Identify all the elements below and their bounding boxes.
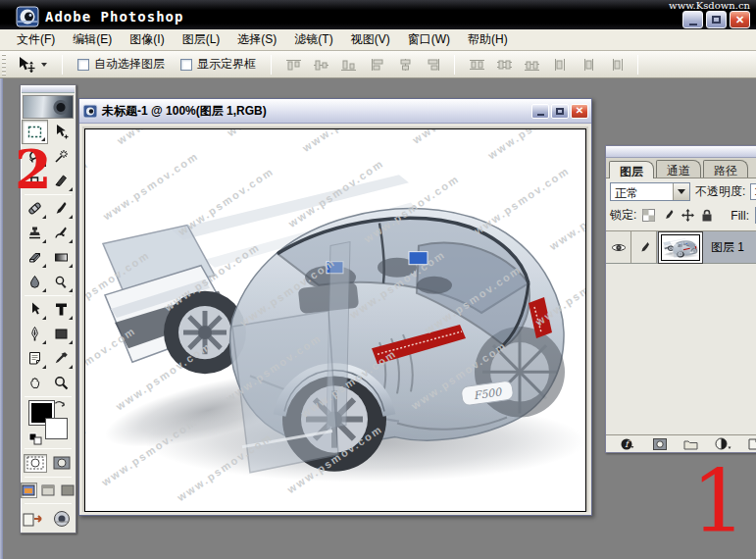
screen-mode-standard-button[interactable]: [21, 483, 37, 498]
distribute-horizontal-centers-icon[interactable]: [578, 55, 599, 75]
tool-brush[interactable]: [48, 196, 75, 221]
options-grip[interactable]: [2, 54, 6, 76]
flyout-indicator: [69, 215, 73, 219]
auto-select-layer-option[interactable]: 自动选择图层: [77, 56, 165, 73]
document-title: 未标题-1 @ 100%(图层 1,RGB): [102, 103, 267, 120]
document-window: 未标题-1 @ 100%(图层 1,RGB) ✕ www.psmov.comww…: [78, 98, 592, 516]
document-title-bar[interactable]: 未标题-1 @ 100%(图层 1,RGB) ✕: [79, 99, 591, 124]
new-adjustment-layer-button[interactable]: [715, 437, 731, 450]
tab-channels[interactable]: 通道: [656, 160, 701, 178]
distribute-left-edges-icon[interactable]: [550, 55, 572, 75]
align-horizontal-centers-icon[interactable]: [394, 55, 416, 75]
distribute-right-edges-icon[interactable]: [605, 55, 627, 75]
opacity-input[interactable]: 100%: [750, 183, 756, 200]
tool-move[interactable]: [48, 120, 75, 144]
auto-select-layer-label: 自动选择图层: [94, 56, 165, 73]
lock-all-icon[interactable]: [701, 209, 713, 222]
distribute-top-edges-icon[interactable]: [466, 55, 487, 75]
layer-row[interactable]: 图层 1: [606, 231, 756, 264]
layer-link-cell[interactable]: [631, 231, 657, 263]
flyout-indicator: [69, 340, 73, 344]
new-layer-set-button[interactable]: [683, 438, 698, 450]
tool-type[interactable]: [48, 297, 75, 322]
default-colors-icon[interactable]: [28, 432, 43, 445]
menu-view[interactable]: 视图(V): [342, 28, 399, 51]
toolbox-grab-bar[interactable]: [22, 86, 75, 93]
close-button[interactable]: ✕: [730, 11, 750, 28]
move-tool-icon: [16, 56, 37, 73]
lock-transparency-icon[interactable]: [642, 209, 655, 222]
menu-filter[interactable]: 滤镜(T): [285, 28, 341, 51]
tab-layers[interactable]: 图层: [609, 161, 654, 178]
quick-mask-mode-button[interactable]: [50, 454, 74, 473]
standard-mode-button[interactable]: [24, 454, 47, 473]
doc-minimize-button[interactable]: [531, 104, 549, 119]
flyout-indicator: [42, 239, 46, 243]
lock-position-icon[interactable]: [681, 209, 694, 222]
tool-gradient[interactable]: [48, 245, 75, 270]
menu-edit[interactable]: 编辑(E): [64, 28, 121, 51]
tool-pen[interactable]: [22, 322, 48, 346]
tool-notes[interactable]: [22, 346, 48, 371]
auto-select-layer-checkbox[interactable]: [77, 59, 89, 71]
menu-file[interactable]: 文件(F): [8, 28, 64, 51]
flyout-indicator: [42, 340, 46, 344]
car-image: [85, 129, 585, 511]
align-top-edges-icon[interactable]: [282, 55, 304, 75]
tool-rectangle-shape[interactable]: [48, 322, 75, 346]
minimize-button[interactable]: [682, 11, 703, 28]
menu-select[interactable]: 选择(S): [228, 28, 285, 51]
align-left-edges-icon[interactable]: [367, 55, 388, 75]
jump-to-imageready-button[interactable]: [23, 508, 47, 530]
align-right-edges-icon[interactable]: [422, 55, 443, 75]
align-vertical-centers-icon[interactable]: [310, 55, 331, 75]
swap-colors-icon[interactable]: [54, 399, 68, 412]
layer-visibility-cell[interactable]: [606, 231, 631, 263]
annotation-step-1: 1: [691, 459, 746, 545]
blend-mode-dropdown-button[interactable]: [673, 183, 689, 200]
new-layer-button[interactable]: [748, 438, 756, 450]
tool-clone-stamp[interactable]: [22, 221, 48, 245]
adobe-online-banner[interactable]: [23, 95, 74, 119]
tool-hand[interactable]: [22, 371, 48, 395]
tool-blur[interactable]: [22, 270, 48, 294]
show-bounding-box-checkbox[interactable]: [180, 59, 192, 71]
move-tool-preset[interactable]: [16, 56, 47, 73]
document-client-area: www.psmov.comwww.psmov.comwww.psmov.comw…: [82, 127, 588, 512]
add-layer-mask-button[interactable]: [653, 438, 667, 450]
menu-help[interactable]: 帮助(H): [459, 28, 517, 51]
canvas[interactable]: www.psmov.comwww.psmov.comwww.psmov.comw…: [84, 128, 586, 512]
tool-zoom[interactable]: [48, 371, 75, 395]
doc-close-button[interactable]: ✕: [571, 104, 588, 119]
palette-title-bar[interactable]: [606, 146, 756, 158]
menu-image[interactable]: 图像(I): [121, 28, 173, 51]
show-bounding-box-option[interactable]: 显示定界框: [180, 56, 256, 73]
tool-eyedropper[interactable]: [48, 346, 75, 371]
menu-layer[interactable]: 图层(L): [174, 28, 229, 51]
distribute-bottom-edges-icon[interactable]: [521, 55, 542, 75]
layer-style-button[interactable]: f: [620, 437, 636, 451]
screen-mode-fullscreen-menubar-button[interactable]: [40, 483, 57, 498]
tool-eraser[interactable]: [22, 245, 48, 270]
layer-thumbnail[interactable]: [661, 234, 700, 261]
tool-magic-wand[interactable]: [48, 144, 75, 169]
align-bottom-edges-icon[interactable]: [337, 55, 359, 75]
imageready-icon[interactable]: [50, 508, 75, 530]
title-bar[interactable]: Adobe Photoshop www.Ksdown.cn ✕: [0, 0, 756, 29]
tab-paths[interactable]: 路径: [703, 160, 748, 178]
distribute-vertical-centers-icon[interactable]: [493, 55, 515, 75]
tool-path-selection[interactable]: [22, 297, 48, 322]
tool-slice[interactable]: [48, 169, 75, 193]
layer-name[interactable]: 图层 1: [704, 239, 744, 256]
tool-dodge[interactable]: [48, 270, 75, 294]
flyout-indicator: [42, 264, 46, 268]
doc-maximize-button[interactable]: [551, 104, 569, 119]
tool-history-brush[interactable]: [48, 221, 75, 245]
menu-window[interactable]: 窗口(W): [399, 28, 459, 51]
photoshop-window: Adobe Photoshop www.Ksdown.cn ✕ 文件(F) 编辑…: [0, 0, 756, 559]
lock-image-icon[interactable]: [662, 209, 675, 222]
screen-mode-fullscreen-button[interactable]: [59, 483, 76, 498]
maximize-button[interactable]: [706, 11, 727, 28]
blend-mode-select[interactable]: 正常: [610, 182, 690, 201]
background-color-swatch[interactable]: [45, 418, 68, 439]
